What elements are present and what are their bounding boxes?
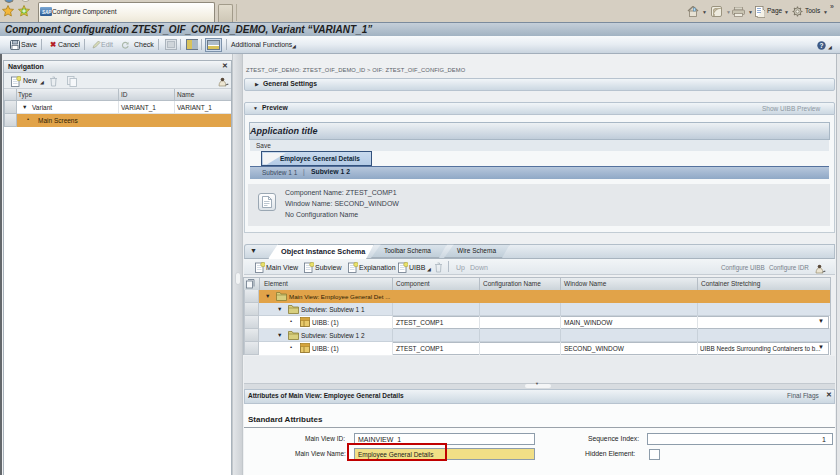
svg-text:?: ? bbox=[820, 42, 824, 49]
